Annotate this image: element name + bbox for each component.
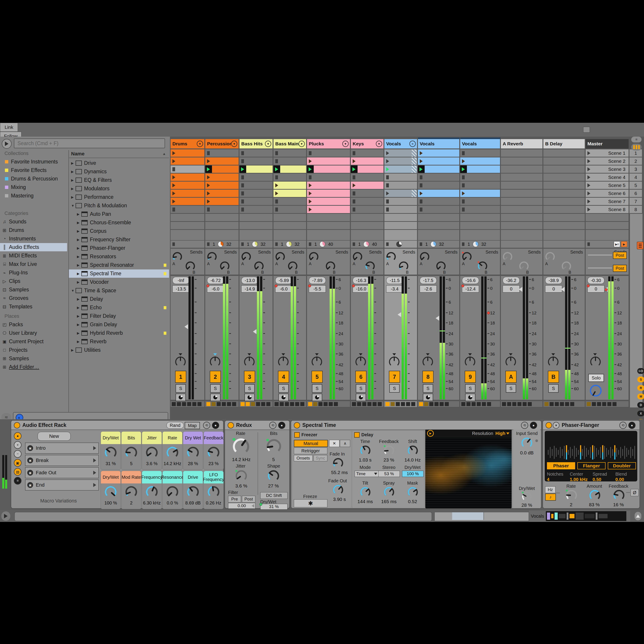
clip-slot[interactable] [307,198,350,205]
clip-slot[interactable] [460,190,500,197]
instrument-chooser-icon[interactable]: ▼ [299,141,305,147]
arm-button[interactable] [176,394,186,401]
redux-bits-knob[interactable] [266,438,282,455]
clip-slot[interactable] [307,190,350,197]
track-stop-button[interactable] [420,242,422,246]
send-a-knob[interactable] [502,251,513,262]
track-header-plucks[interactable]: Plucks▼ [307,139,350,149]
tree-item-corpus[interactable]: ▶Corpus [69,227,169,235]
track-activator-button[interactable]: 7 [389,371,400,383]
tree-item-modulators[interactable]: ▶Modulators [69,184,169,193]
clip-slot[interactable] [384,190,417,197]
scene-play-icon[interactable] [587,175,590,179]
clip-slot[interactable] [543,198,585,205]
category-item-templates[interactable]: ⊟Templates [0,303,67,311]
clip-slot[interactable] [171,206,205,214]
pan-knob[interactable] [243,356,256,368]
volume-peak-display[interactable]: -16.6 [462,277,479,284]
category-item-sounds[interactable]: ♫Sounds [0,218,67,226]
clip-slot[interactable] [384,157,417,165]
volume-fader-value[interactable]: 0 [587,285,604,292]
send-b-knob[interactable] [287,261,298,271]
clip-play-icon[interactable] [386,167,389,171]
empty-clip-slot[interactable] [384,214,417,222]
clip-slot[interactable] [205,149,239,157]
clip-slot[interactable] [351,190,384,197]
solo-button[interactable]: S [244,384,255,393]
phaser-feedback-knob[interactable] [613,489,625,502]
freezer-onsets-button[interactable]: Onsets [294,455,313,461]
clip-play-icon[interactable] [309,199,312,203]
arm-button[interactable] [244,394,255,401]
empty-clip-slot[interactable] [351,214,384,222]
fader-handle[interactable] [253,329,256,334]
empty-clip-slot[interactable] [418,214,460,222]
empty-clip-slot[interactable] [543,214,585,222]
track-activator-button[interactable]: B [548,371,559,383]
clip-slot[interactable] [543,182,585,189]
tab-doubler[interactable]: Doubler [608,462,636,469]
fader-handle[interactable] [398,312,401,317]
track-activator-button[interactable]: 4 [278,371,289,383]
clip-play-icon[interactable] [420,191,423,195]
mixer-toggle-r[interactable]: R [637,385,644,391]
scene-number[interactable]: 3 [629,165,642,173]
category-item-instruments[interactable]: ◔Instruments [0,235,67,243]
back-to-arrangement-button[interactable]: ▶‖ [614,241,620,247]
clip-play-icon[interactable] [172,175,175,179]
volume-peak-display[interactable]: -5.89 [275,277,292,284]
clip-slot[interactable] [418,165,460,173]
send-b-post-button[interactable]: Post [613,265,627,272]
empty-clip-slot[interactable] [418,222,460,230]
variation-launch-icon[interactable]: ▣ [27,482,33,488]
empty-clip-slot[interactable] [543,222,585,230]
solo-button[interactable]: S [548,384,559,393]
save-preset-button[interactable]: ■ [278,422,285,429]
scene-number[interactable]: 1 [629,149,642,157]
clip-slot[interactable] [351,174,384,181]
category-item-grooves[interactable]: ≈Grooves [0,294,67,302]
clip-slot[interactable] [351,198,384,205]
mixer-toggle-m[interactable]: M [637,394,644,399]
tree-item-spectral-time[interactable]: ▶Spectral Time [69,269,169,278]
send-b-knob[interactable] [561,261,572,271]
clip-slot[interactable] [273,149,307,157]
solo-button[interactable]: S [389,384,400,393]
empty-clip-slot[interactable] [586,222,629,230]
redux-shape-knob[interactable] [267,469,280,482]
empty-clip-slot[interactable] [307,222,350,230]
param-spread-value[interactable]: 0.50 [593,477,601,482]
clip-play-icon[interactable] [172,183,175,187]
clip-slot[interactable] [205,165,239,173]
place-item-3[interactable]: □Projects [0,346,67,354]
solo-button[interactable]: S [176,384,186,393]
variation-arrow-icon[interactable] [93,471,96,475]
volume-peak-display[interactable]: -6.72 [207,277,224,284]
clip-slot[interactable] [307,206,350,214]
clip-launch-box[interactable] [460,165,467,173]
rack-add-button[interactable]: + [14,441,21,449]
send-a-knob[interactable] [545,251,555,262]
clip-play-icon[interactable] [172,151,175,155]
tree-item-grain-delay[interactable]: ▶Grain Delay [69,320,169,329]
volume-peak-display[interactable]: -Inf [172,277,189,284]
scene-row[interactable]: Scene 3 [586,165,629,173]
clip-slot[interactable] [460,182,500,189]
clip-play-icon[interactable] [275,183,278,187]
param-blend-value[interactable]: 0.00 [615,477,624,482]
track-activator-button[interactable]: 1 [175,371,186,383]
clip-slot[interactable] [273,157,307,165]
category-item-clips[interactable]: ▷Clips [0,277,67,285]
track-stop-button[interactable] [587,242,590,246]
fader-handle[interactable] [184,324,188,329]
empty-clip-slot[interactable] [273,222,307,230]
clip-slot[interactable] [384,149,417,157]
volume-fader-value[interactable]: -12.4 [462,285,479,292]
track-stop-button[interactable] [172,242,175,246]
crossfade-icon-button[interactable]: ✕ [329,440,339,447]
arm-button[interactable] [312,394,322,401]
clip-slot[interactable] [273,206,307,214]
empty-clip-slot[interactable] [171,214,205,222]
variation-arrow-icon[interactable] [93,483,96,487]
volume-fader-value[interactable]: -16.0 [353,285,370,292]
